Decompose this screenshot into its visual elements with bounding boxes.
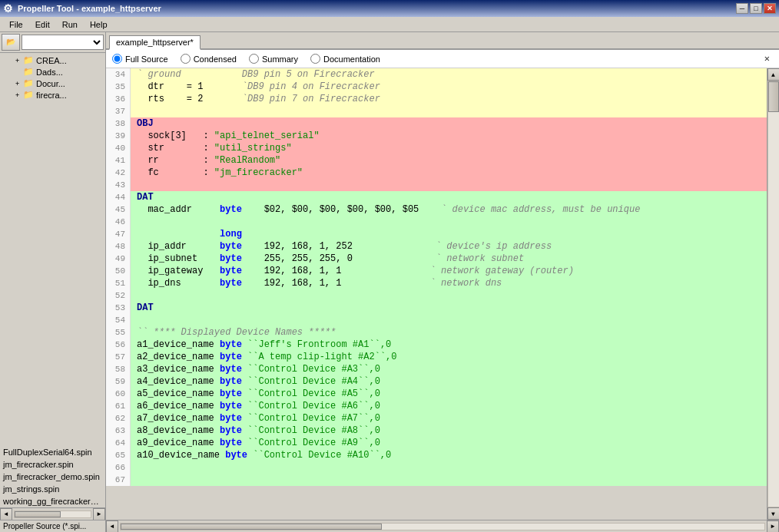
code-container: 34 ` ground DB9 pin 5 on Firecracker 35 … [106,68,779,520]
tree-item-crea[interactable]: + 📁 CREA... [2,55,104,66]
code-line-53: 53 DAT [106,302,767,314]
radio-bar: Full Source Condensed Summary Documentat… [106,50,779,68]
tree-item-docur[interactable]: + 📁 Docur... [2,78,104,89]
sidebar-scroll-thumb[interactable] [15,511,61,517]
code-line-34: 34 ` ground DB9 pin 5 on Firecracker [106,68,767,81]
horizontal-scrollbar[interactable]: ◄ ► [106,520,779,532]
code-line-67: 67 [106,474,767,486]
sidebar-status: Propeller Source (*.spi... [0,520,105,532]
code-line-60: 60 a5_device_name byte ``Control Device … [106,388,767,400]
code-line-55: 55 `` **** Displayed Device Names ***** [106,326,767,339]
code-line-61: 61 a6_device_name byte ``Control Device … [106,400,767,412]
radio-full-source[interactable]: Full Source [112,54,168,64]
tab-bar: example_httpserver* [106,32,779,50]
file-item-2[interactable]: jm_firecracker_demo.spin [0,471,105,483]
sidebar-dropdown[interactable] [22,35,104,50]
code-line-65: 65 a10_device_name byte ``Control Device… [106,449,767,461]
scroll-down-button[interactable]: ▼ [767,507,780,520]
expand-icon-4[interactable]: + [15,91,23,99]
sidebar-toolbar: 📂 [0,32,105,53]
maximize-button[interactable]: □ [750,3,762,14]
code-line-38: 38 OBJ [106,117,767,130]
code-line-37: 37 [106,105,767,117]
scroll-track-horizontal[interactable] [120,523,765,530]
folder-icon-2: 📁 [23,67,34,77]
code-line-40: 40 str : "util_strings" [106,142,767,154]
code-line-66: 66 [106,461,767,474]
scroll-right-button[interactable]: ► [767,520,779,533]
scroll-thumb-horizontal[interactable] [121,524,382,530]
scroll-thumb-vertical[interactable] [768,81,779,112]
minimize-button[interactable]: ─ [736,3,748,14]
main-layout: 📂 + 📁 CREA... 📁 Dads... + 📁 [0,32,779,532]
sidebar-scroll-track[interactable] [14,511,91,518]
code-line-42: 42 fc : "jm_firecracker" [106,167,767,179]
code-line-41: 41 rr : "RealRandom" [106,154,767,167]
file-tree: + 📁 CREA... 📁 Dads... + 📁 Docur... + 📁 [0,53,105,446]
code-line-47: 47 long [106,228,767,240]
code-line-46: 46 [106,216,767,228]
code-line-54: 54 [106,314,767,326]
close-panel-button[interactable]: ✕ [761,53,773,64]
sidebar-scroll-left[interactable]: ◄ [0,508,12,520]
radio-summary[interactable]: Summary [249,54,298,64]
code-line-50: 50 ip_gateway byte 192, 168, 1, 1 ` netw… [106,265,767,277]
code-line-43: 43 [106,179,767,191]
titlebar: ⚙ Propeller Tool - example_httpserver ─ … [0,0,779,17]
tree-item-dads[interactable]: 📁 Dads... [2,66,104,78]
close-button[interactable]: ✕ [764,3,776,14]
code-line-51: 51 ip_dns byte 192, 168, 1, 1 ` network … [106,277,767,289]
radio-condensed[interactable]: Condensed [181,54,237,64]
vertical-scrollbar[interactable]: ▲ ▼ [767,68,779,520]
sidebar: 📂 + 📁 CREA... 📁 Dads... + 📁 [0,32,106,532]
menu-file[interactable]: File [3,18,29,31]
scroll-up-button[interactable]: ▲ [767,68,780,81]
window-controls: ─ □ ✕ [736,3,776,14]
tree-item-firecra[interactable]: + 📁 firecra... [2,89,104,101]
code-line-39: 39 sock[3] : "api_telnet_serial" [106,130,767,142]
file-item-3[interactable]: jm_strings.spin [0,483,105,495]
code-line-63: 63 a8_device_name byte ``Control Device … [106,425,767,437]
file-item-0[interactable]: FullDuplexSerial64.spin [0,446,105,458]
code-line-59: 59 a4_device_name byte ``Control Device … [106,375,767,388]
code-line-36: 36 rts = 2 `DB9 pin 7 on Firecracker [106,93,767,105]
code-line-44: 44 DAT [106,191,767,203]
file-item-4[interactable]: working_gg_firecracker_c... [0,495,105,507]
file-list: FullDuplexSerial64.spin jm_firecracker.s… [0,446,105,507]
expand-icon[interactable]: + [15,57,23,64]
code-line-57: 57 a2_device_name byte ``A temp clip-lig… [106,351,767,363]
sidebar-tool-button[interactable]: 📂 [2,34,20,51]
scroll-left-button[interactable]: ◄ [106,520,118,533]
code-line-45: 45 mac_addr byte $02, $00, $00, $00, $00… [106,203,767,216]
code-line-56: 56 a1_device_name byte ``Jeff's Frontroo… [106,339,767,351]
code-content: 34 ` ground DB9 pin 5 on Firecracker 35 … [106,68,767,486]
code-line-49: 49 ip_subnet byte 255, 255, 255, 0 ` net… [106,253,767,265]
folder-icon-3: 📁 [23,78,34,88]
window-title: Propeller Tool - example_httpserver [18,4,736,13]
code-line-58: 58 a3_device_name byte ``Control Device … [106,363,767,375]
folder-icon-4: 📁 [23,90,34,100]
scroll-track-vertical[interactable] [767,81,780,507]
sidebar-hscrollbar[interactable]: ◄ ► [0,507,105,520]
expand-icon-3[interactable]: + [15,80,23,88]
code-line-52: 52 [106,289,767,302]
sidebar-scroll-right[interactable]: ► [93,508,105,520]
menu-help[interactable]: Help [84,18,114,31]
code-line-64: 64 a9_device_name byte ``Control Device … [106,437,767,449]
code-line-62: 62 a7_device_name byte ``Control Device … [106,412,767,425]
code-scroll[interactable]: 34 ` ground DB9 pin 5 on Firecracker 35 … [106,68,767,520]
folder-icon: 📁 [23,55,34,65]
app-icon: ⚙ [3,2,13,15]
tab-example-httpserver[interactable]: example_httpserver* [109,35,201,50]
menu-run[interactable]: Run [56,18,84,31]
content-area: example_httpserver* Full Source Condense… [106,32,779,532]
menubar: File Edit Run Help [0,17,779,32]
menu-edit[interactable]: Edit [29,18,56,31]
radio-documentation[interactable]: Documentation [310,54,380,64]
sidebar-status-label: Propeller Source (*.spi... [3,522,86,530]
file-item-1[interactable]: jm_firecracker.spin [0,458,105,471]
code-line-35: 35 dtr = 1 `DB9 pin 4 on Firecracker [106,81,767,93]
code-line-48: 48 ip_addr byte 192, 168, 1, 252 ` devic… [106,240,767,253]
